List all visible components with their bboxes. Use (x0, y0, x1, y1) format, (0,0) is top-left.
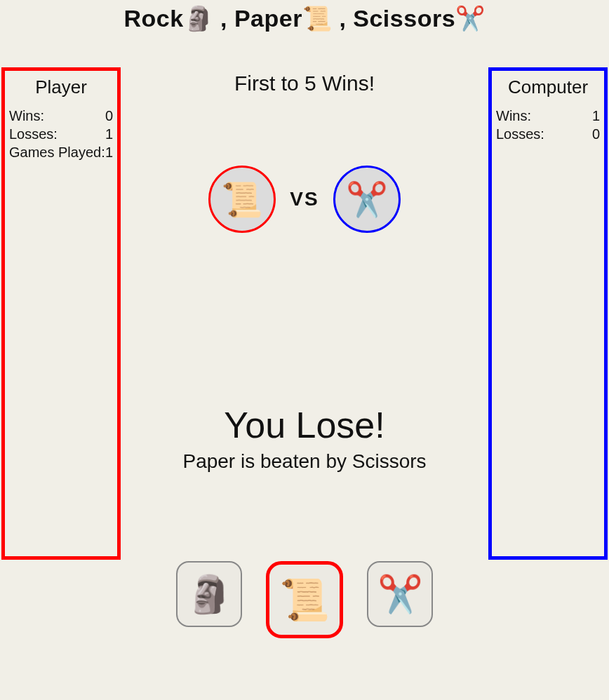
paper-icon: 📜 (221, 180, 263, 220)
game-subtitle: First to 5 Wins! (123, 72, 486, 95)
player-choice-chip: 📜 (208, 166, 276, 233)
title-word-paper: Paper (234, 5, 302, 32)
paper-icon: 📜 (302, 5, 333, 32)
computer-stats: Wins: 1 Losses: 0 (496, 107, 600, 143)
result-explanation: Paper is beaten by Scissors (123, 450, 486, 473)
computer-choice-chip: ✂️ (333, 166, 401, 233)
computer-wins-label: Wins: (496, 107, 531, 125)
paper-icon: 📜 (279, 576, 330, 624)
scissors-icon: ✂️ (377, 573, 423, 616)
round-display: 📜 VS ✂️ (123, 166, 486, 233)
player-games-label: Games Played: (9, 143, 105, 161)
player-panel: Player Wins: 0 Losses: 1 Games Played: 1 (1, 67, 121, 560)
computer-wins-value: 1 (592, 107, 600, 125)
player-wins-value: 0 (105, 107, 113, 125)
player-losses-value: 1 (105, 125, 113, 143)
result-headline: You Lose! (123, 404, 486, 446)
rock-icon: 🗿 (187, 573, 232, 616)
computer-losses-value: 0 (592, 125, 600, 143)
round-result: You Lose! Paper is beaten by Scissors (123, 404, 486, 473)
player-losses-label: Losses: (9, 125, 58, 143)
choice-paper-button[interactable]: 📜 (266, 561, 343, 638)
player-wins-label: Wins: (9, 107, 44, 125)
title-word-scissors: Scissors (353, 5, 455, 32)
scissors-icon: ✂️ (455, 5, 486, 32)
player-panel-title: Player (9, 76, 113, 98)
scissors-icon: ✂️ (346, 180, 388, 220)
page-title: Rock🗿 , Paper📜 , Scissors✂️ (0, 0, 609, 32)
choice-scissors-button[interactable]: ✂️ (367, 561, 433, 627)
choice-rock-button[interactable]: 🗿 (176, 561, 242, 627)
title-word-rock: Rock (123, 5, 183, 32)
computer-panel-title: Computer (496, 76, 600, 98)
computer-losses-label: Losses: (496, 125, 544, 143)
rock-icon: 🗿 (184, 5, 214, 32)
player-games-value: 1 (105, 143, 113, 161)
vs-label: VS (290, 188, 319, 210)
choice-buttons: 🗿 📜 ✂️ (123, 561, 486, 638)
player-stats: Wins: 0 Losses: 1 Games Played: 1 (9, 107, 113, 161)
computer-panel: Computer Wins: 1 Losses: 0 (488, 67, 608, 560)
game-area: First to 5 Wins! 📜 VS ✂️ You Lose! Paper… (123, 67, 486, 700)
